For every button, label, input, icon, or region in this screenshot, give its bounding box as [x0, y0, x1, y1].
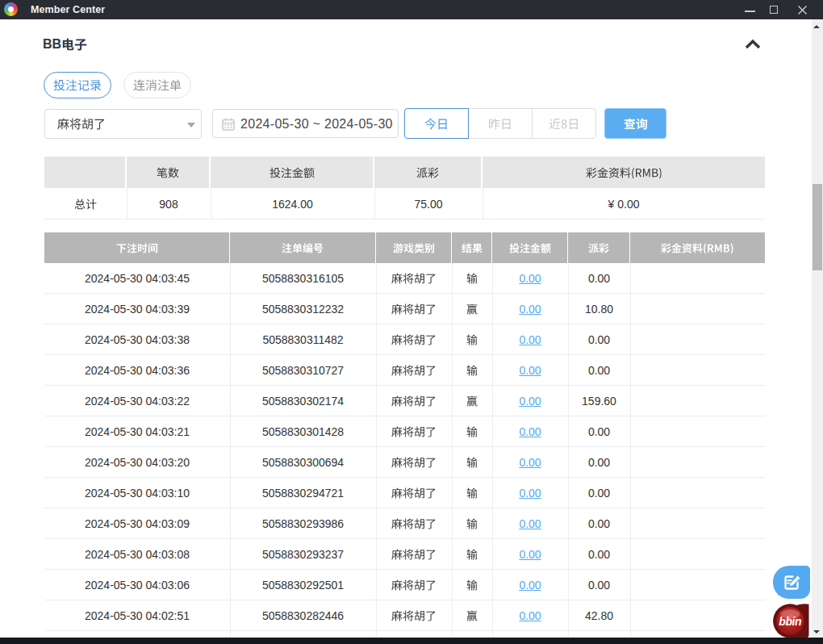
- svg-text:bbin: bbin: [779, 615, 801, 628]
